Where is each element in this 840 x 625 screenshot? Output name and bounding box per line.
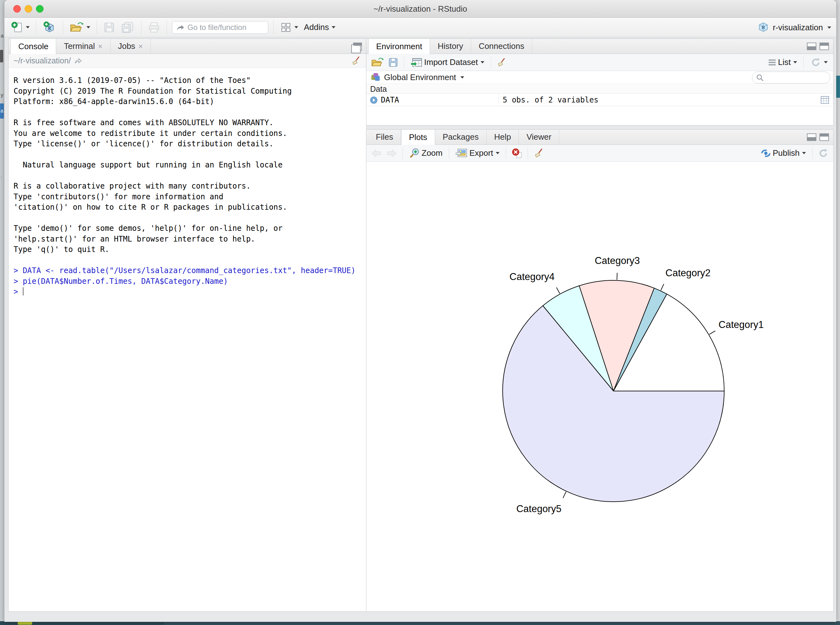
addins-label: Addins: [304, 22, 329, 32]
addins-button[interactable]: Addins: [302, 21, 337, 33]
remove-plot-icon[interactable]: [511, 148, 522, 159]
import-dataset-button[interactable]: Import Dataset: [409, 56, 486, 69]
environment-scope-label[interactable]: Global Environment: [384, 73, 456, 82]
search-icon: [756, 73, 764, 82]
tab-close-icon[interactable]: ×: [98, 43, 103, 50]
panes-layout-button[interactable]: [279, 20, 299, 35]
pie-chart: Category1Category2Category3Category4Cate…: [366, 162, 833, 611]
publish-plot-button[interactable]: Publish: [759, 146, 807, 160]
export-plot-button[interactable]: Export: [454, 147, 500, 160]
list-icon: [767, 58, 777, 67]
previous-plot-icon[interactable]: [371, 148, 382, 158]
publish-icon: [760, 148, 771, 159]
svg-text:R: R: [761, 25, 765, 30]
open-file-caret-icon: [86, 26, 90, 28]
export-image-icon: [455, 148, 468, 159]
save-workspace-icon[interactable]: [388, 57, 399, 68]
plots-toolbar: Zoom Export: [366, 145, 833, 162]
zoom-label: Zoom: [422, 148, 443, 158]
save-button[interactable]: [102, 20, 117, 35]
environment-toolbar: Import Dataset List: [366, 54, 833, 71]
environment-search-input[interactable]: [764, 73, 824, 82]
minimize-pane-icon[interactable]: [807, 134, 816, 141]
publish-label: Publish: [773, 148, 799, 158]
data-section-header: Data: [366, 84, 833, 94]
maximize-pane-icon[interactable]: [353, 43, 362, 51]
list-label: List: [778, 58, 791, 67]
zoom-magnifier-icon: [409, 148, 420, 159]
object-name: DATA: [366, 96, 498, 104]
pie-label-Category1: Category1: [718, 319, 764, 330]
export-label: Export: [469, 148, 493, 158]
addins-caret-icon: [332, 26, 335, 28]
pie-label-tick: [563, 491, 566, 498]
refresh-icon: [810, 57, 821, 68]
clear-console-icon[interactable]: [351, 56, 361, 66]
tab-terminal[interactable]: Terminal ×: [56, 39, 110, 54]
working-directory-label: ~/r-visualization/: [14, 56, 71, 65]
tab-files[interactable]: Files: [368, 130, 401, 145]
environment-search-box[interactable]: [752, 72, 830, 84]
refresh-plot-icon[interactable]: [818, 148, 829, 159]
environment-scope-row: Global Environment: [366, 71, 833, 84]
tab-viewer[interactable]: Viewer: [519, 130, 559, 145]
tab-environment[interactable]: Environment: [368, 39, 430, 54]
refresh-caret-icon: [824, 61, 828, 64]
import-dataset-icon: [410, 57, 423, 68]
environment-tabbar: Environment History Connections: [366, 39, 833, 54]
new-file-icon: [11, 21, 23, 34]
global-environment-icon: [370, 72, 381, 82]
goto-file-input[interactable]: [187, 23, 260, 32]
scope-caret-icon: [460, 76, 464, 79]
main-toolbar: R: [5, 18, 836, 37]
window-title: ~/r-visualization - RStudio: [5, 0, 836, 18]
load-workspace-icon[interactable]: [371, 56, 384, 68]
clear-all-plots-icon[interactable]: [533, 148, 544, 159]
pie-label-tick: [709, 331, 715, 334]
publish-caret-icon: [802, 152, 806, 154]
rstudio-window: ~/r-visualization - RStudio R: [5, 0, 836, 622]
tab-connections[interactable]: Connections: [471, 39, 532, 54]
tab-help[interactable]: Help: [486, 130, 519, 145]
tab-jobs[interactable]: Jobs ×: [111, 39, 151, 54]
tab-close-icon[interactable]: ×: [139, 43, 143, 50]
goto-directory-icon[interactable]: [74, 57, 82, 65]
console-input-line[interactable]: >: [14, 287, 366, 297]
minimize-pane-icon[interactable]: [807, 43, 816, 50]
print-icon: [148, 22, 160, 33]
print-button[interactable]: [146, 20, 162, 35]
tab-console[interactable]: Console: [11, 39, 56, 54]
object-summary: 5 obs. of 2 variables: [498, 96, 598, 104]
project-caret-icon: [828, 26, 831, 29]
import-caret-icon: [481, 61, 485, 64]
list-view-button[interactable]: List: [766, 56, 798, 68]
background-app-strip-right: [835, 0, 840, 625]
environment-object-row[interactable]: DATA 5 obs. of 2 variables: [366, 94, 833, 106]
open-file-button[interactable]: [68, 20, 92, 35]
expand-object-icon[interactable]: [369, 96, 378, 104]
project-name-label: r-visualization: [773, 23, 823, 33]
tab-packages[interactable]: Packages: [435, 130, 486, 145]
tab-plots[interactable]: Plots: [401, 130, 435, 145]
plot-area: Category1Category2Category3Category4Cate…: [366, 162, 833, 611]
console-command-line: > DATA <- read.table("/Users/lsalazar/co…: [14, 266, 366, 276]
pie-label-Category4: Category4: [510, 271, 555, 282]
clear-environment-icon[interactable]: [496, 57, 507, 68]
zoom-plot-button[interactable]: Zoom: [408, 146, 444, 160]
view-table-icon[interactable]: [820, 96, 829, 104]
save-all-button[interactable]: [120, 20, 136, 35]
refresh-environment-button[interactable]: [809, 56, 829, 69]
console-tabbar: Console Terminal × Jobs ×: [9, 39, 366, 54]
new-project-button[interactable]: R: [41, 19, 58, 36]
plots-tabbar: Files Plots Packages Help Viewer: [366, 130, 833, 145]
pie-label-tick: [556, 287, 560, 293]
tab-history[interactable]: History: [430, 39, 471, 54]
maximize-pane-icon[interactable]: [820, 43, 829, 50]
project-menu-button[interactable]: R r-visualization: [757, 18, 831, 37]
goto-file-search[interactable]: [172, 21, 268, 34]
project-cube-icon: R: [757, 21, 770, 34]
new-file-caret-icon: [26, 26, 30, 28]
maximize-pane-icon[interactable]: [820, 134, 829, 141]
next-plot-icon[interactable]: [386, 148, 397, 158]
new-file-button[interactable]: [9, 20, 31, 35]
